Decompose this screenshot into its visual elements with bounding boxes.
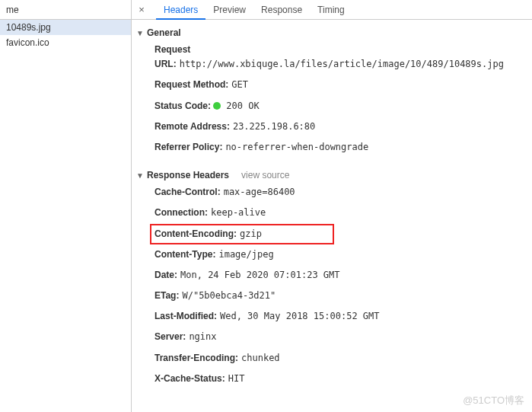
response-headers-header[interactable]: ▼ Response Headers view source bbox=[132, 168, 532, 182]
header-key: Cache-Control: bbox=[155, 187, 221, 197]
sidebar-header: me bbox=[0, 0, 131, 20]
watermark: @51CTO博客 bbox=[463, 394, 524, 407]
header-key: Last-Modified: bbox=[155, 311, 217, 321]
header-row: Server:nginx bbox=[132, 327, 532, 347]
header-key: Server: bbox=[155, 331, 186, 342]
header-value: http://www.xbiquge.la/files/article/imag… bbox=[180, 59, 504, 69]
header-key: Connection: bbox=[155, 207, 208, 218]
header-key: Status Code: bbox=[155, 101, 211, 111]
general-header[interactable]: ▼ General bbox=[132, 26, 532, 40]
header-value: gzip bbox=[240, 228, 262, 239]
header-key: Transfer-Encoding: bbox=[155, 353, 238, 363]
file-list-sidebar: me 10489s.jpgfavicon.ico bbox=[0, 0, 132, 412]
tab-timing[interactable]: Timing bbox=[310, 0, 352, 20]
header-key: ETag: bbox=[155, 290, 179, 301]
file-item[interactable]: favicon.ico bbox=[0, 35, 131, 50]
header-value: Mon, 24 Feb 2020 07:01:23 GMT bbox=[180, 270, 340, 280]
header-key: X-Cache-Status: bbox=[155, 373, 225, 384]
header-value: no-referrer-when-downgrade bbox=[225, 142, 368, 152]
header-row: Request URL:http://www.xbiquge.la/files/… bbox=[132, 40, 532, 75]
header-row: Last-Modified:Wed, 30 May 2018 15:00:52 … bbox=[132, 306, 532, 327]
header-row: Connection:keep-alive bbox=[132, 203, 532, 223]
response-headers-section: ▼ Response Headers view source Cache-Con… bbox=[132, 168, 532, 389]
header-value: HIT bbox=[228, 373, 245, 384]
disclosure-icon: ▼ bbox=[136, 29, 144, 37]
headers-content: ▼ General Request URL:http://www.xbiquge… bbox=[132, 20, 532, 412]
header-row: Status Code: 200 OK bbox=[132, 96, 532, 117]
main-panel: × HeadersPreviewResponseTiming ▼ General… bbox=[132, 0, 532, 412]
header-row: Remote Address:23.225.198.6:80 bbox=[132, 117, 532, 137]
header-value: max-age=86400 bbox=[224, 187, 295, 197]
header-key: Remote Address: bbox=[155, 121, 230, 132]
header-row: Request Method:GET bbox=[132, 75, 532, 95]
header-row: ETag:W/"5b0ebca4-3d21" bbox=[132, 286, 532, 306]
general-section: ▼ General Request URL:http://www.xbiquge… bbox=[132, 26, 532, 158]
header-key: Content-Type: bbox=[155, 249, 215, 260]
view-source-link[interactable]: view source bbox=[241, 170, 289, 180]
header-value: 23.225.198.6:80 bbox=[233, 121, 315, 132]
response-headers-title: Response Headers bbox=[147, 170, 229, 180]
tab-response[interactable]: Response bbox=[253, 0, 310, 20]
header-key: Request Method: bbox=[155, 79, 228, 90]
header-row: Content-Encoding:gzip bbox=[150, 224, 334, 244]
status-dot-icon bbox=[213, 102, 221, 110]
tab-headers[interactable]: Headers bbox=[156, 0, 205, 20]
header-key: Content-Encoding: bbox=[155, 228, 237, 239]
disclosure-icon: ▼ bbox=[136, 171, 144, 180]
header-value: 200 OK bbox=[226, 101, 259, 111]
header-value: nginx bbox=[189, 331, 216, 342]
header-value: W/"5b0ebca4-3d21" bbox=[182, 290, 276, 301]
header-row: X-Cache-Status:HIT bbox=[132, 369, 532, 389]
file-item[interactable]: 10489s.jpg bbox=[0, 20, 131, 35]
header-row: Cache-Control:max-age=86400 bbox=[132, 182, 532, 203]
header-value: chunked bbox=[241, 353, 280, 363]
tab-bar: × HeadersPreviewResponseTiming bbox=[132, 0, 532, 20]
header-key: Referrer Policy: bbox=[155, 142, 222, 152]
tab-preview[interactable]: Preview bbox=[205, 0, 253, 20]
header-key: Date: bbox=[155, 270, 177, 280]
header-row: Content-Type:image/jpeg bbox=[132, 244, 532, 265]
header-row: Transfer-Encoding:chunked bbox=[132, 348, 532, 369]
header-value: keep-alive bbox=[211, 207, 266, 218]
header-value: Wed, 30 May 2018 15:00:52 GMT bbox=[220, 311, 380, 321]
header-row: Date:Mon, 24 Feb 2020 07:01:23 GMT bbox=[132, 265, 532, 286]
general-title: General bbox=[147, 27, 181, 38]
header-value: GET bbox=[231, 79, 248, 90]
close-icon[interactable]: × bbox=[136, 5, 147, 15]
header-row: Referrer Policy:no-referrer-when-downgra… bbox=[132, 137, 532, 158]
header-value: image/jpeg bbox=[218, 249, 273, 260]
